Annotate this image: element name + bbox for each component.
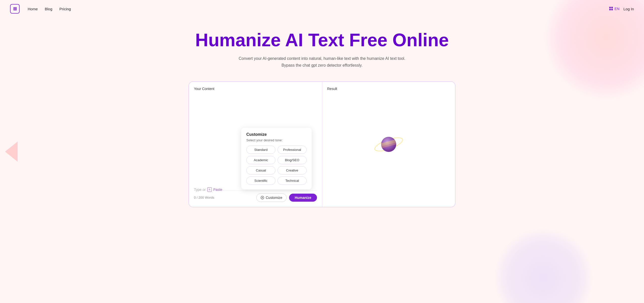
tone-blog-seo[interactable]: Blog/SEO — [277, 156, 307, 164]
main-card: Your Content Type or ⎘ Paste 0 / 200 Wor… — [189, 81, 455, 207]
tone-professional[interactable]: Professional — [277, 146, 307, 154]
tone-technical[interactable]: Technical — [277, 177, 307, 185]
customize-button[interactable]: Customize — [256, 193, 287, 202]
language-grid-icon — [609, 7, 613, 11]
humanize-button[interactable]: Humanize — [289, 194, 317, 202]
input-panel: Your Content Type or ⎘ Paste 0 / 200 Wor… — [189, 82, 322, 207]
svg-rect-2 — [609, 9, 611, 10]
tone-creative[interactable]: Creative — [277, 166, 307, 175]
customize-dropdown: Customize Select your desired tone: Stan… — [241, 128, 312, 189]
login-button[interactable]: Log In — [623, 7, 634, 11]
word-count: 0 / 200 Words — [194, 196, 214, 199]
card-bottom: 0 / 200 Words Customize Humanize — [194, 191, 317, 202]
paste-link[interactable]: Paste — [213, 188, 222, 192]
tone-casual[interactable]: Casual — [246, 166, 275, 175]
tone-academic[interactable]: Academic — [246, 156, 275, 164]
bg-decoration — [5, 142, 18, 162]
language-selector[interactable]: EN — [609, 7, 619, 11]
nav-home[interactable]: Home — [28, 7, 38, 11]
customize-dropdown-title: Customize — [246, 132, 307, 137]
customize-dropdown-subtitle: Select your desired tone: — [246, 138, 307, 142]
paste-area: Type or ⎘ Paste — [194, 187, 222, 192]
result-panel: Result — [322, 82, 455, 207]
navbar: ⊞ Home Blog Pricing EN Log In — [0, 0, 644, 18]
svg-point-5 — [262, 197, 263, 198]
nav-blog[interactable]: Blog — [45, 7, 52, 11]
nav-pricing[interactable]: Pricing — [59, 7, 71, 11]
svg-rect-0 — [609, 7, 611, 8]
tone-grid: Standard Professional Academic Blog/SEO … — [246, 146, 307, 185]
logo[interactable]: ⊞ — [10, 4, 20, 14]
language-label: EN — [615, 7, 619, 11]
svg-rect-1 — [611, 7, 613, 8]
result-decoration — [376, 132, 401, 157]
bottom-buttons: Customize Humanize — [256, 193, 317, 202]
hero-subtitle-line1: Convert your AI-generated content into n… — [239, 56, 406, 61]
hero-subtitle: Convert your AI-generated content into n… — [5, 55, 639, 69]
logo-icon: ⊞ — [10, 4, 20, 14]
input-label: Your Content — [194, 87, 317, 91]
nav-right: EN Log In — [609, 7, 634, 11]
svg-rect-3 — [611, 9, 613, 10]
hero-subtitle-line2: Bypass the chat gpt zero detector effort… — [281, 63, 363, 67]
hero-section: Humanize AI Text Free Online Convert you… — [0, 18, 644, 76]
tone-scientific[interactable]: Scientific — [246, 177, 275, 185]
nav-links: Home Blog Pricing — [28, 7, 609, 11]
hero-title: Humanize AI Text Free Online — [5, 30, 639, 50]
customize-icon — [261, 196, 264, 199]
tone-standard[interactable]: Standard — [246, 146, 275, 154]
paste-icon: ⎘ — [207, 187, 212, 192]
planet-body — [381, 137, 396, 152]
result-label: Result — [327, 87, 337, 91]
paste-text: Type or — [194, 188, 206, 192]
